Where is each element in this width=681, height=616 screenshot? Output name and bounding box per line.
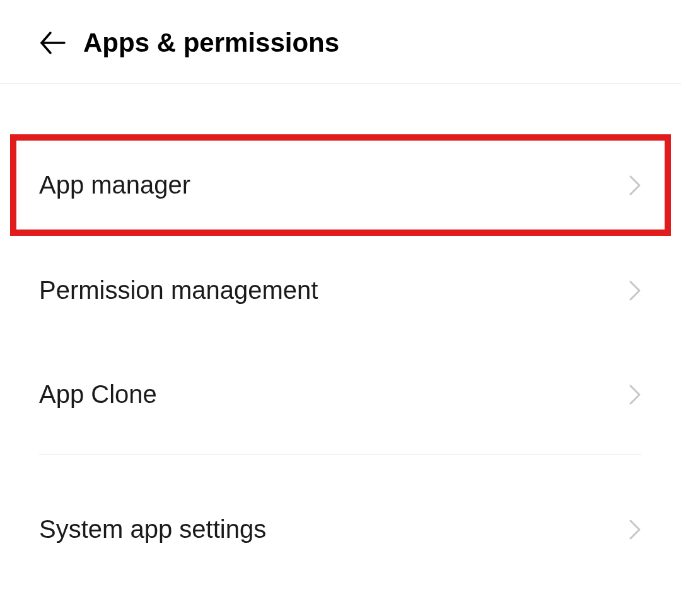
list-item-app-manager[interactable]: App manager [10, 134, 671, 236]
spacer [0, 470, 681, 485]
header: Apps & permissions [0, 0, 681, 84]
divider [39, 454, 642, 455]
list-item-system-app-settings[interactable]: System app settings [0, 485, 681, 574]
spacer [0, 335, 681, 350]
chevron-right-icon [628, 174, 642, 197]
list-item-app-clone[interactable]: App Clone [0, 350, 681, 439]
list-item-label: Permission management [39, 276, 318, 305]
page-title: Apps & permissions [83, 28, 339, 58]
chevron-right-icon [628, 518, 642, 541]
spacer [0, 84, 681, 134]
chevron-right-icon [628, 279, 642, 302]
list-item-label: App Clone [39, 380, 157, 409]
list-item-label: App manager [39, 171, 190, 199]
list-item-permission-management[interactable]: Permission management [0, 246, 681, 335]
list-item-label: System app settings [39, 515, 266, 543]
chevron-right-icon [628, 383, 642, 406]
back-arrow-icon[interactable] [38, 28, 68, 58]
